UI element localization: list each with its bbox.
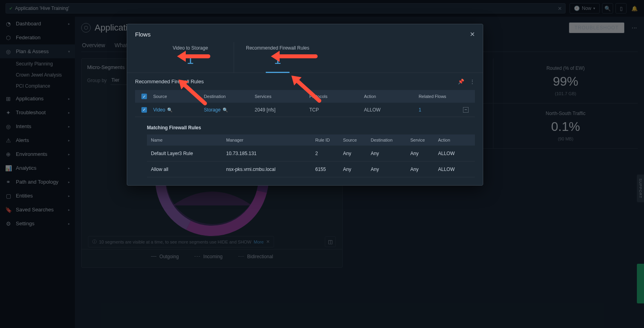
- modal-title: Flows: [135, 31, 151, 38]
- modal-header: Flows ✕: [127, 24, 483, 38]
- cell-action: ALLOW: [434, 151, 466, 156]
- search-icon[interactable]: 🔍: [167, 107, 173, 112]
- match-row: Allow all nsx-pks.vrni.cmbu.local 6155 A…: [147, 161, 475, 177]
- cell-action: ALLOW: [362, 107, 416, 113]
- modal-tab-value: 1: [238, 52, 317, 67]
- mcol-manager[interactable]: Manager: [222, 138, 311, 142]
- modal-tab-recommended-rules[interactable]: Recommended Firewall Rules 1: [234, 42, 321, 73]
- cell-ruleid: 6155: [311, 167, 339, 172]
- col-source[interactable]: Source: [151, 94, 202, 99]
- select-all-checkbox[interactable]: ✓: [141, 94, 147, 99]
- cell-destination: Any: [367, 167, 406, 172]
- col-related-flows[interactable]: Related Flows: [416, 94, 459, 99]
- mcol-action[interactable]: Action: [434, 138, 466, 142]
- cell-protocols: TCP: [307, 107, 362, 113]
- collapse-icon[interactable]: −: [463, 107, 469, 113]
- match-table-header: Name Manager Rule ID Source Destination …: [147, 134, 475, 146]
- more-icon[interactable]: ⋮: [470, 79, 475, 84]
- table-header: ✓ Source Destination Services Protocols …: [135, 90, 475, 103]
- section-title-row: Recommended Firewall Rules 📌 ⋮: [127, 73, 483, 90]
- mcol-name[interactable]: Name: [147, 138, 222, 142]
- mcol-source[interactable]: Source: [339, 138, 367, 142]
- col-destination[interactable]: Destination: [202, 94, 252, 99]
- modal-tabs: Video to Storage 1 Recommended Firewall …: [127, 38, 483, 73]
- section-actions: 📌 ⋮: [458, 79, 475, 84]
- table-row: ✓ Video🔍 Storage🔍 2049 [nfs] TCP ALLOW 1…: [135, 103, 475, 117]
- cell-action: ALLOW: [434, 167, 466, 172]
- cell-manager: nsx-pks.vrni.cmbu.local: [222, 167, 311, 172]
- cell-service: Any: [406, 151, 434, 156]
- section-title: Recommended Firewall Rules: [135, 79, 204, 84]
- matching-rules-table: Name Manager Rule ID Source Destination …: [147, 134, 475, 177]
- flows-modal: Flows ✕ Video to Storage 1 Recommended F…: [127, 24, 483, 186]
- cell-name: Allow all: [147, 167, 222, 172]
- search-icon[interactable]: 🔍: [223, 107, 228, 112]
- close-icon[interactable]: ✕: [470, 31, 475, 38]
- cell-ruleid: 2: [311, 151, 339, 156]
- mcol-destination[interactable]: Destination: [367, 138, 406, 142]
- match-row: Default Layer3 Rule 10.73.185.131 2 Any …: [147, 146, 475, 161]
- col-services[interactable]: Services: [252, 94, 307, 99]
- modal-tab-label: Video to Storage: [151, 45, 230, 51]
- mcol-ruleid[interactable]: Rule ID: [311, 138, 339, 142]
- recommended-rules-table: ✓ Source Destination Services Protocols …: [135, 90, 475, 117]
- matching-rules-title: Matching Firewall Rules: [127, 121, 483, 134]
- cell-name: Default Layer3 Rule: [147, 151, 222, 156]
- modal-tab-value: 1: [151, 52, 230, 67]
- cell-service: Any: [406, 167, 434, 172]
- cell-source: Any: [339, 167, 367, 172]
- source-link[interactable]: Video: [153, 107, 165, 113]
- mcol-service[interactable]: Service: [406, 138, 434, 142]
- cell-services: 2049 [nfs]: [252, 107, 307, 113]
- cell-manager: 10.73.185.131: [222, 151, 311, 156]
- cell-source: Any: [339, 151, 367, 156]
- pin-icon[interactable]: 📌: [458, 79, 464, 84]
- destination-link[interactable]: Storage: [204, 107, 221, 113]
- modal-tab-video-storage[interactable]: Video to Storage 1: [147, 42, 234, 73]
- col-protocols[interactable]: Protocols: [307, 94, 362, 99]
- row-checkbox[interactable]: ✓: [141, 107, 147, 113]
- cell-destination: Any: [367, 151, 406, 156]
- col-action[interactable]: Action: [362, 94, 416, 99]
- modal-tab-label: Recommended Firewall Rules: [238, 45, 317, 51]
- related-flows-link[interactable]: 1: [419, 107, 421, 113]
